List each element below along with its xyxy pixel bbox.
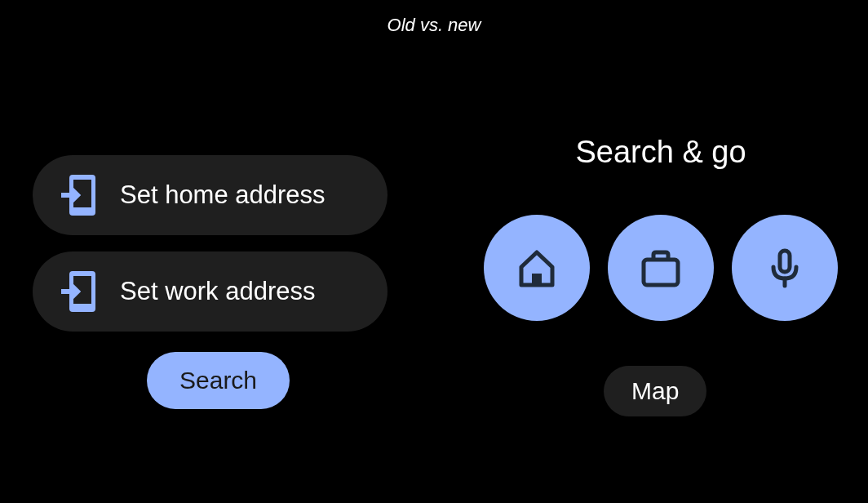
map-button[interactable]: Map [604, 366, 706, 416]
svg-rect-6 [780, 251, 790, 272]
old-ui-panel: Set home address Set work address Search [33, 155, 388, 409]
voice-button[interactable] [732, 215, 838, 321]
svg-rect-4 [532, 274, 542, 285]
home-button[interactable] [484, 215, 590, 321]
set-home-label: Set home address [120, 180, 326, 210]
search-button[interactable]: Search [147, 352, 290, 409]
home-icon [515, 246, 559, 290]
set-work-address-button[interactable]: Set work address [33, 252, 388, 332]
map-button-label: Map [631, 377, 679, 404]
page-title: Old vs. new [388, 15, 481, 36]
search-button-label: Search [179, 367, 257, 394]
search-and-go-title: Search & go [465, 135, 857, 170]
svg-rect-5 [644, 260, 678, 285]
mic-icon [763, 246, 807, 290]
new-ui-panel: Search & go [465, 135, 857, 416]
phone-arrow-icon [61, 269, 97, 314]
briefcase-icon [639, 246, 683, 290]
work-button[interactable] [608, 215, 714, 321]
phone-arrow-icon [61, 173, 97, 217]
set-home-address-button[interactable]: Set home address [33, 155, 388, 235]
set-work-label: Set work address [120, 276, 316, 306]
circle-button-row [465, 215, 857, 321]
